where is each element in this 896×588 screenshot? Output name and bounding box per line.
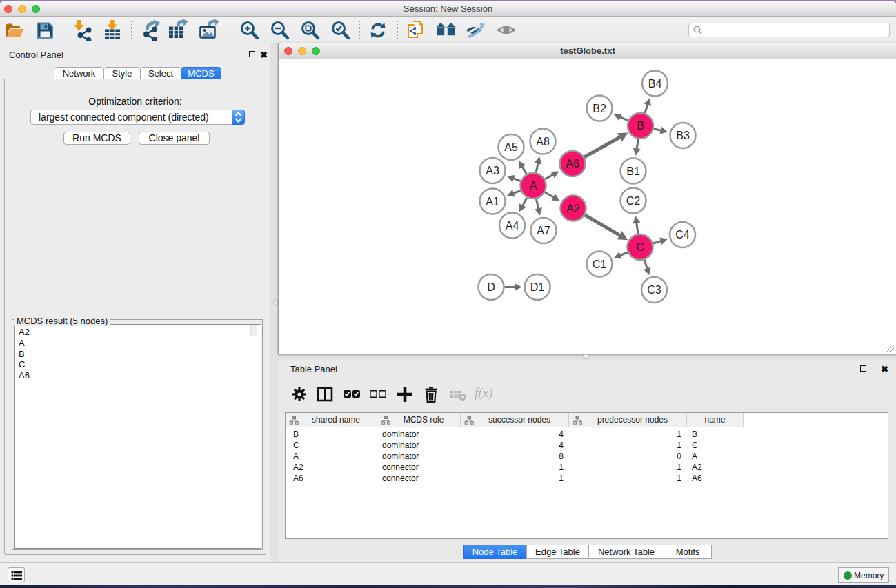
svg-text:A4: A4 (506, 220, 519, 232)
svg-text:A8: A8 (536, 136, 550, 148)
svg-text:A: A (530, 180, 537, 192)
svg-text:C1: C1 (593, 258, 607, 270)
svg-text:f(x): f(x) (475, 385, 492, 401)
svg-text:A1: A1 (486, 196, 499, 207)
svg-text:C4: C4 (675, 229, 690, 241)
svg-text:B: B (637, 120, 644, 132)
svg-text:B3: B3 (676, 130, 690, 141)
svg-text:B1: B1 (626, 165, 640, 177)
svg-text:A3: A3 (486, 165, 499, 176)
svg-text:D: D (487, 281, 495, 293)
svg-text:C2: C2 (626, 195, 641, 207)
svg-text:A5: A5 (504, 141, 518, 153)
svg-text:B4: B4 (648, 78, 662, 90)
svg-text:A2: A2 (566, 203, 580, 214)
svg-text:B2: B2 (593, 103, 606, 114)
svg-text:A6: A6 (566, 158, 579, 170)
svg-text:D1: D1 (530, 281, 545, 293)
svg-text:A7: A7 (537, 225, 550, 236)
svg-text:C: C (636, 241, 644, 253)
svg-text:C3: C3 (647, 284, 661, 296)
